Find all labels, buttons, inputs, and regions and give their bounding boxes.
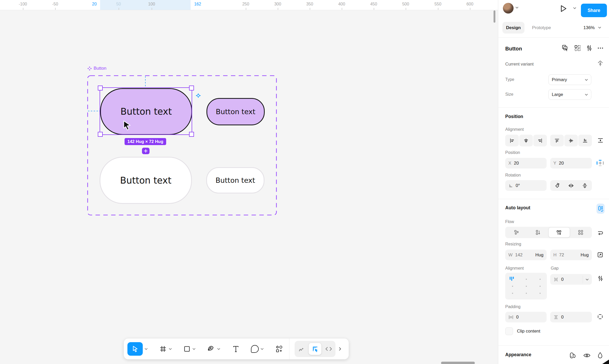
button-variant-secondary-small[interactable]: Button text [206, 167, 264, 193]
align-bottom-button[interactable] [578, 135, 592, 146]
clip-content-checkbox[interactable] [505, 327, 513, 335]
ruler-selection-start-label: 20 [92, 2, 97, 6]
design-mode-button[interactable] [309, 343, 321, 355]
shape-tool[interactable] [183, 345, 191, 353]
selection-title: Button [505, 46, 522, 52]
zoom-level[interactable]: 136% [584, 25, 595, 30]
dev-mode-button[interactable] [325, 346, 332, 352]
auto-layout-toggle[interactable] [597, 204, 605, 214]
rotate-90-icon[interactable] [554, 182, 561, 189]
selection-handle-sw[interactable] [98, 132, 103, 137]
canvas-vertical-scrollbar[interactable] [494, 10, 495, 23]
height-input[interactable]: H 72 Hug [550, 250, 592, 260]
component-config-icon[interactable] [574, 44, 581, 52]
comment-tool[interactable] [251, 345, 259, 353]
chevron-down-icon [585, 79, 588, 81]
play-icon [559, 4, 568, 13]
width-input[interactable]: W 142 Hug [505, 250, 547, 260]
pen-icon [207, 345, 215, 353]
select-matching-layers-icon[interactable] [561, 44, 569, 52]
selection-handle-se[interactable] [189, 132, 194, 137]
adjust-icon[interactable] [586, 44, 593, 52]
gap-dropdown-chevron[interactable] [583, 276, 590, 283]
zoom-chevron[interactable] [598, 27, 601, 29]
alignment-label: Alignment [505, 127, 524, 132]
x-value: 20 [514, 161, 519, 166]
vertical-padding-input[interactable]: 0 [550, 312, 592, 322]
horizontal-padding-input[interactable]: 0 [505, 312, 547, 322]
corner-smoothing-icon[interactable] [569, 352, 577, 359]
canvas-horizontal-scrollbar[interactable] [441, 362, 475, 364]
blend-mode-icon[interactable] [597, 352, 603, 359]
frame-tool-chevron[interactable] [169, 348, 172, 350]
component-set-name: Button [94, 66, 106, 71]
avatar-chevron[interactable] [515, 6, 519, 9]
avatar[interactable] [503, 3, 514, 14]
pen-tool[interactable] [207, 345, 215, 353]
add-variant-button[interactable] [142, 148, 150, 154]
individual-padding-icon[interactable] [597, 314, 603, 320]
h-sizing-mode[interactable]: Hug [581, 252, 589, 258]
size-dropdown[interactable]: Large [548, 89, 591, 100]
align-vertical-center-button[interactable] [564, 135, 578, 146]
move-tool-chevron[interactable] [145, 348, 148, 350]
actions-tool[interactable] [275, 345, 283, 353]
align-horizontal-center-button[interactable] [519, 135, 533, 146]
canvas[interactable]: -100 -50 20 50 100 162 250 300 350 400 4… [0, 0, 498, 364]
button-variant-secondary-large[interactable]: Button text [100, 157, 192, 204]
alignment-grid[interactable] [505, 273, 547, 300]
component-set-label[interactable]: Button [87, 66, 106, 71]
advanced-layout-icon[interactable] [598, 275, 603, 282]
push-overrides-icon[interactable] [597, 60, 604, 68]
flip-vertical-icon[interactable] [581, 182, 588, 189]
flow-vertical-option[interactable] [527, 227, 548, 238]
gap-input[interactable]: 0 [550, 274, 592, 285]
wrap-icon[interactable] [597, 230, 604, 236]
present-chevron[interactable] [573, 7, 576, 9]
constraints-icon[interactable] [596, 159, 604, 167]
toolbar-expand-button[interactable] [339, 347, 342, 351]
pen-tool-chevron[interactable] [217, 348, 220, 350]
frame-tool[interactable] [159, 345, 167, 353]
draw-mode-button[interactable] [298, 345, 305, 353]
code-icon [325, 346, 332, 352]
ruler-selection-end-label: 162 [194, 2, 201, 6]
bottom-toolbar [124, 339, 349, 359]
present-button[interactable] [559, 4, 568, 13]
position-label: Position [505, 150, 520, 155]
selection-handle-nw[interactable] [98, 86, 103, 90]
rotation-input[interactable]: 0° [505, 180, 547, 191]
w-sizing-mode[interactable]: Hug [535, 252, 543, 258]
comment-tool-chevron[interactable] [261, 348, 264, 350]
tidy-up-icon[interactable] [597, 137, 604, 144]
selection-handle-ne[interactable] [189, 86, 194, 90]
x-position-input[interactable]: X 20 [505, 158, 547, 168]
align-left-button[interactable] [505, 135, 519, 146]
align-top-left-icon[interactable] [509, 276, 515, 282]
shape-tool-chevron[interactable] [192, 348, 196, 350]
flow-freeform-option[interactable] [506, 227, 527, 238]
mouse-cursor [121, 120, 132, 131]
align-right-button[interactable] [533, 135, 547, 146]
ai-sparkle-icon[interactable] [196, 93, 201, 99]
type-dropdown[interactable]: Primary [548, 74, 591, 85]
selection-size-badge: 142 Hug × 72 Hug [125, 138, 166, 145]
move-tool[interactable] [127, 342, 143, 356]
tab-prototype[interactable]: Prototype [532, 25, 551, 30]
padding-label: Padding [505, 304, 521, 309]
more-options-icon[interactable] [597, 45, 604, 51]
text-tool[interactable] [232, 345, 239, 353]
flip-horizontal-icon[interactable] [568, 182, 574, 189]
button-variant-primary-small[interactable]: Button text [206, 98, 265, 125]
design-panel: Share Design Prototype 136% Button [498, 0, 609, 364]
auto-layout-alignment-label: Alignment [505, 266, 524, 271]
y-position-input[interactable]: Y 20 [550, 158, 592, 168]
tab-design[interactable]: Design [502, 22, 524, 34]
ruler-label: 50 [116, 2, 121, 6]
flow-horizontal-option[interactable] [548, 227, 570, 238]
resize-to-fit-icon[interactable] [597, 252, 603, 258]
flow-grid-option[interactable] [570, 227, 591, 238]
align-top-button[interactable] [550, 135, 564, 146]
share-button[interactable]: Share [581, 4, 607, 17]
visibility-icon[interactable] [583, 352, 591, 359]
